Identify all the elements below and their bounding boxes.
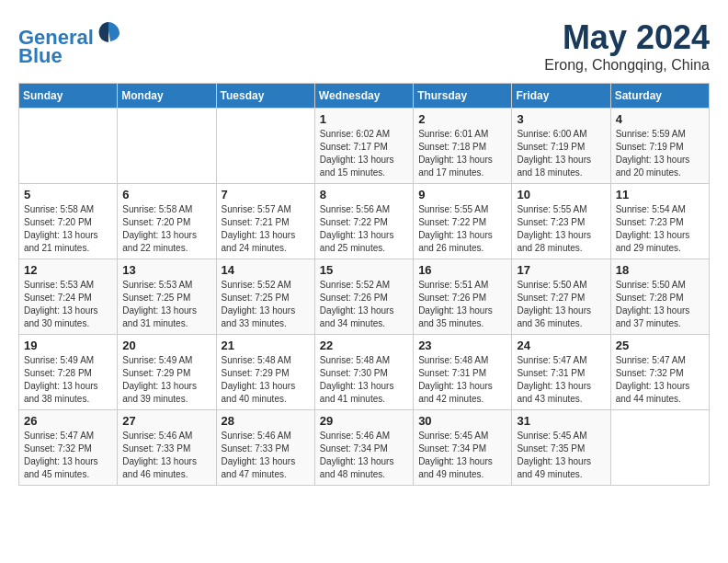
calendar-cell: 6Sunrise: 5:58 AM Sunset: 7:20 PM Daylig…: [118, 184, 216, 259]
day-info: Sunrise: 5:59 AM Sunset: 7:19 PM Dayligh…: [616, 128, 704, 179]
calendar-cell: 26Sunrise: 5:47 AM Sunset: 7:32 PM Dayli…: [19, 410, 118, 486]
day-number: 18: [616, 263, 704, 277]
day-number: 5: [24, 188, 112, 201]
day-number: 22: [320, 339, 408, 352]
calendar-cell: 22Sunrise: 5:48 AM Sunset: 7:30 PM Dayli…: [314, 335, 413, 410]
day-number: 27: [122, 414, 210, 428]
calendar-cell: 12Sunrise: 5:53 AM Sunset: 7:24 PM Dayli…: [19, 259, 118, 335]
calendar-cell: 1Sunrise: 6:02 AM Sunset: 7:17 PM Daylig…: [314, 109, 413, 184]
day-number: 10: [517, 188, 605, 201]
day-info: Sunrise: 5:45 AM Sunset: 7:34 PM Dayligh…: [418, 430, 506, 481]
calendar-cell: 18Sunrise: 5:50 AM Sunset: 7:28 PM Dayli…: [610, 259, 709, 335]
calendar-cell: 17Sunrise: 5:50 AM Sunset: 7:27 PM Dayli…: [512, 259, 610, 335]
calendar-cell: 5Sunrise: 5:58 AM Sunset: 7:20 PM Daylig…: [19, 184, 118, 259]
day-info: Sunrise: 5:46 AM Sunset: 7:33 PM Dayligh…: [122, 430, 210, 481]
calendar-cell: 7Sunrise: 5:57 AM Sunset: 7:21 PM Daylig…: [216, 184, 314, 259]
logo-icon: [96, 18, 121, 44]
calendar-cell: 29Sunrise: 5:46 AM Sunset: 7:34 PM Dayli…: [314, 410, 413, 486]
calendar-cell: 9Sunrise: 5:55 AM Sunset: 7:22 PM Daylig…: [414, 184, 512, 259]
day-info: Sunrise: 5:58 AM Sunset: 7:20 PM Dayligh…: [122, 203, 210, 255]
day-number: 23: [418, 339, 506, 352]
calendar-cell: 20Sunrise: 5:49 AM Sunset: 7:29 PM Dayli…: [118, 335, 216, 410]
day-number: 4: [616, 112, 704, 126]
day-info: Sunrise: 5:49 AM Sunset: 7:29 PM Dayligh…: [122, 354, 210, 406]
calendar-cell: 3Sunrise: 6:00 AM Sunset: 7:19 PM Daylig…: [512, 109, 610, 184]
day-number: 17: [517, 263, 605, 277]
calendar-cell: 24Sunrise: 5:47 AM Sunset: 7:31 PM Dayli…: [512, 335, 610, 410]
day-number: 15: [320, 263, 408, 277]
week-row-1: 5Sunrise: 5:58 AM Sunset: 7:20 PM Daylig…: [19, 184, 710, 259]
weekday-header-thursday: Thursday: [414, 84, 512, 109]
day-info: Sunrise: 5:54 AM Sunset: 7:23 PM Dayligh…: [616, 203, 704, 255]
day-number: 12: [24, 263, 112, 277]
day-info: Sunrise: 5:53 AM Sunset: 7:25 PM Dayligh…: [122, 279, 210, 330]
day-info: Sunrise: 5:51 AM Sunset: 7:26 PM Dayligh…: [418, 279, 506, 330]
calendar-cell: 25Sunrise: 5:47 AM Sunset: 7:32 PM Dayli…: [610, 335, 709, 410]
day-number: 2: [418, 112, 506, 126]
day-number: 16: [418, 263, 506, 277]
day-number: 1: [320, 112, 408, 126]
calendar-cell: 14Sunrise: 5:52 AM Sunset: 7:25 PM Dayli…: [216, 259, 314, 335]
calendar-cell: 23Sunrise: 5:48 AM Sunset: 7:31 PM Dayli…: [414, 335, 512, 410]
day-number: 9: [418, 188, 506, 201]
calendar-cell: 16Sunrise: 5:51 AM Sunset: 7:26 PM Dayli…: [414, 259, 512, 335]
location-title: Erong, Chongqing, China: [544, 57, 710, 74]
day-info: Sunrise: 5:56 AM Sunset: 7:22 PM Dayligh…: [320, 203, 408, 255]
day-number: 20: [122, 339, 210, 352]
day-number: 7: [222, 188, 310, 201]
day-number: 14: [222, 263, 310, 277]
weekday-header-saturday: Saturday: [610, 84, 709, 109]
day-number: 3: [517, 112, 605, 126]
week-row-3: 19Sunrise: 5:49 AM Sunset: 7:28 PM Dayli…: [19, 335, 710, 410]
day-info: Sunrise: 5:48 AM Sunset: 7:31 PM Dayligh…: [418, 354, 506, 406]
day-number: 8: [320, 188, 408, 201]
calendar-cell: 8Sunrise: 5:56 AM Sunset: 7:22 PM Daylig…: [314, 184, 413, 259]
day-info: Sunrise: 5:52 AM Sunset: 7:25 PM Dayligh…: [222, 279, 310, 330]
calendar-cell: 2Sunrise: 6:01 AM Sunset: 7:18 PM Daylig…: [414, 109, 512, 184]
day-info: Sunrise: 5:46 AM Sunset: 7:33 PM Dayligh…: [222, 430, 310, 481]
day-info: Sunrise: 5:57 AM Sunset: 7:21 PM Dayligh…: [222, 203, 310, 255]
day-number: 6: [122, 188, 210, 201]
day-info: Sunrise: 5:48 AM Sunset: 7:30 PM Dayligh…: [320, 354, 408, 406]
day-info: Sunrise: 5:53 AM Sunset: 7:24 PM Dayligh…: [24, 279, 112, 330]
calendar-cell: 10Sunrise: 5:55 AM Sunset: 7:23 PM Dayli…: [512, 184, 610, 259]
day-number: 19: [24, 339, 112, 352]
calendar-cell: 13Sunrise: 5:53 AM Sunset: 7:25 PM Dayli…: [118, 259, 216, 335]
calendar-cell: [118, 109, 216, 184]
day-info: Sunrise: 5:47 AM Sunset: 7:32 PM Dayligh…: [616, 354, 704, 406]
calendar-cell: [610, 410, 709, 486]
calendar-cell: 4Sunrise: 5:59 AM Sunset: 7:19 PM Daylig…: [610, 109, 709, 184]
calendar-cell: 19Sunrise: 5:49 AM Sunset: 7:28 PM Dayli…: [19, 335, 118, 410]
day-number: 31: [517, 414, 605, 428]
calendar-cell: 31Sunrise: 5:45 AM Sunset: 7:35 PM Dayli…: [512, 410, 610, 486]
logo: General Blue: [18, 18, 121, 67]
day-number: 11: [616, 188, 704, 201]
day-number: 24: [517, 339, 605, 352]
day-number: 30: [418, 414, 506, 428]
weekday-header-friday: Friday: [512, 84, 610, 109]
calendar-cell: [216, 109, 314, 184]
day-number: 26: [24, 414, 112, 428]
day-info: Sunrise: 5:50 AM Sunset: 7:27 PM Dayligh…: [517, 279, 605, 330]
calendar-cell: 27Sunrise: 5:46 AM Sunset: 7:33 PM Dayli…: [118, 410, 216, 486]
week-row-4: 26Sunrise: 5:47 AM Sunset: 7:32 PM Dayli…: [19, 410, 710, 486]
day-info: Sunrise: 5:48 AM Sunset: 7:29 PM Dayligh…: [222, 354, 310, 406]
calendar-cell: 21Sunrise: 5:48 AM Sunset: 7:29 PM Dayli…: [216, 335, 314, 410]
day-info: Sunrise: 6:02 AM Sunset: 7:17 PM Dayligh…: [320, 128, 408, 179]
day-info: Sunrise: 5:45 AM Sunset: 7:35 PM Dayligh…: [517, 430, 605, 481]
title-block: May 2024 Erong, Chongqing, China: [544, 18, 710, 74]
calendar-cell: 15Sunrise: 5:52 AM Sunset: 7:26 PM Dayli…: [314, 259, 413, 335]
day-info: Sunrise: 5:47 AM Sunset: 7:32 PM Dayligh…: [24, 430, 112, 481]
calendar-table: SundayMondayTuesdayWednesdayThursdayFrid…: [18, 83, 710, 486]
calendar-cell: 30Sunrise: 5:45 AM Sunset: 7:34 PM Dayli…: [414, 410, 512, 486]
day-info: Sunrise: 5:58 AM Sunset: 7:20 PM Dayligh…: [24, 203, 112, 255]
day-info: Sunrise: 6:01 AM Sunset: 7:18 PM Dayligh…: [418, 128, 506, 179]
day-info: Sunrise: 5:55 AM Sunset: 7:23 PM Dayligh…: [517, 203, 605, 255]
day-info: Sunrise: 5:47 AM Sunset: 7:31 PM Dayligh…: [517, 354, 605, 406]
day-info: Sunrise: 5:46 AM Sunset: 7:34 PM Dayligh…: [320, 430, 408, 481]
day-number: 13: [122, 263, 210, 277]
weekday-header-sunday: Sunday: [19, 84, 118, 109]
day-number: 29: [320, 414, 408, 428]
calendar-cell: [19, 109, 118, 184]
week-row-0: 1Sunrise: 6:02 AM Sunset: 7:17 PM Daylig…: [19, 109, 710, 184]
